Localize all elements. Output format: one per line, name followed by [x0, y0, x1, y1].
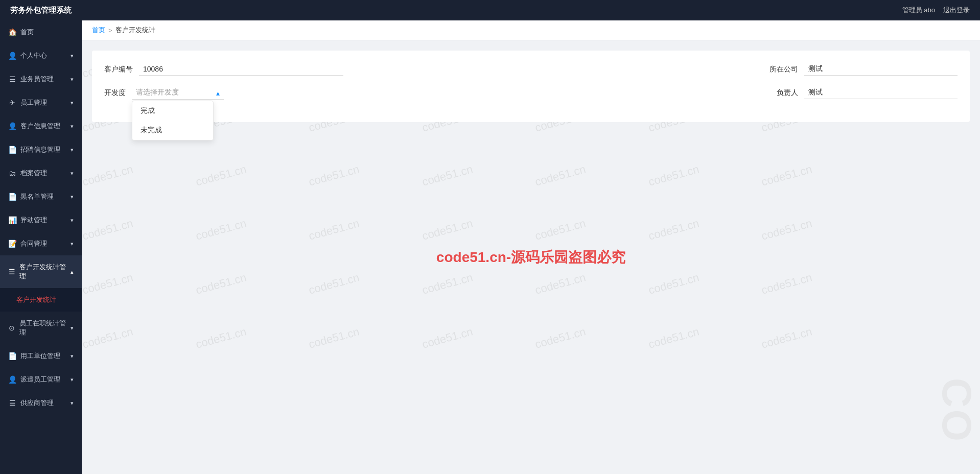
content-area: 首页 > 客户开发统计 code51.cn code51.cn code51.c…: [82, 20, 980, 474]
circle-icon: ⊙: [8, 324, 15, 332]
supplier-icon: ☰: [8, 399, 16, 407]
chevron-down-icon: ▾: [71, 100, 74, 106]
sidebar-item-customer-stats[interactable]: ☰ 客户开发统计管理 ▴: [0, 255, 82, 288]
chevron-down-icon: ▾: [71, 194, 74, 200]
breadcrumb-current: 客户开发统计: [115, 26, 155, 35]
watermark-text: code51.cn: [760, 217, 814, 243]
sidebar-item-customer-info[interactable]: 👤 客户信息管理 ▾: [0, 114, 82, 138]
sidebar-item-customer-dev-stats[interactable]: 客户开发统计: [0, 288, 82, 312]
chevron-down-icon: ▾: [71, 241, 74, 247]
chevron-down-icon: ▾: [71, 53, 74, 59]
sidebar-item-home[interactable]: 🏠 首页: [0, 20, 82, 44]
form-row-2: 开发度 请选择开发度 ▴ 完成 未完成: [104, 86, 958, 100]
anomaly-icon: 📊: [8, 216, 16, 224]
development-select[interactable]: 请选择开发度: [132, 86, 224, 100]
blacklist-icon: 📄: [8, 193, 16, 201]
form-row-1: 客户编号 所在公司: [104, 63, 958, 76]
watermark-text: code51.cn: [533, 271, 587, 297]
development-label: 开发度: [104, 88, 126, 98]
chevron-down-icon: ▾: [71, 353, 74, 360]
watermark-text: code51.cn: [194, 325, 248, 351]
sidebar-item-anomaly[interactable]: 📊 异动管理 ▾: [0, 208, 82, 232]
sidebar-item-personal[interactable]: 👤 个人中心 ▾: [0, 44, 82, 67]
watermark-text: code51.cn: [647, 325, 701, 351]
watermark-text: code51.cn: [647, 217, 701, 243]
page-content: code51.cn code51.cn code51.cn code51.cn …: [82, 40, 980, 474]
sidebar-item-employee-stats[interactable]: ⊙ 员工在职统计管理 ▾: [0, 312, 82, 344]
sidebar-item-label: 首页: [20, 28, 34, 37]
employer-icon: 📄: [8, 352, 16, 360]
dropdown-option-complete[interactable]: 完成: [132, 101, 213, 121]
watermark-text: code51.cn: [307, 217, 361, 243]
sidebar-item-dispatch[interactable]: 👤 派遣员工管理 ▾: [0, 368, 82, 391]
development-field: 开发度 请选择开发度 ▴ 完成 未完成: [104, 86, 224, 100]
sidebar-item-label: 招聘信息管理: [20, 145, 60, 154]
list-icon: ☰: [8, 75, 16, 83]
company-label: 所在公司: [769, 65, 798, 74]
watermark-text: code51.cn: [421, 271, 474, 297]
breadcrumb-separator: >: [108, 27, 112, 34]
sidebar-item-employer[interactable]: 📄 用工单位管理 ▾: [0, 344, 82, 368]
sidebar-item-label: 异动管理: [20, 216, 47, 225]
breadcrumb: 首页 > 客户开发统计: [82, 20, 980, 40]
watermark-text: code51.cn: [760, 271, 814, 297]
watermark-text: code51.cn: [421, 325, 474, 351]
watermark-text: code51.cn: [421, 162, 474, 188]
logout-button[interactable]: 退出登录: [943, 6, 970, 15]
chevron-down-icon: ▾: [71, 217, 74, 224]
watermark-text: code51.cn: [194, 162, 248, 188]
user-area: 管理员 abo 退出登录: [902, 6, 970, 15]
app-logo: 劳务外包管理系统: [10, 6, 72, 15]
sidebar-item-supplier[interactable]: ☰ 供应商管理 ▾: [0, 391, 82, 415]
chevron-down-icon: ▾: [71, 400, 74, 407]
person-icon: 👤: [8, 52, 16, 60]
sidebar-item-archive[interactable]: 🗂 档案管理 ▾: [0, 161, 82, 185]
customer-no-input[interactable]: [139, 63, 343, 76]
company-field: 所在公司: [769, 63, 958, 76]
sidebar-item-employee[interactable]: ✈ 员工管理 ▾: [0, 91, 82, 114]
sidebar: 🏠 首页 👤 个人中心 ▾ ☰ 业务员管理 ▾ ✈ 员工管理 ▾ 👤 客户信息管…: [0, 20, 82, 474]
recruiter-field: 负责人: [777, 86, 958, 99]
sidebar-sub-customer-stats: 客户开发统计: [0, 288, 82, 312]
chevron-down-icon: ▾: [71, 325, 74, 331]
sidebar-item-label: 档案管理: [20, 169, 47, 178]
sidebar-item-blacklist[interactable]: 📄 黑名单管理 ▾: [0, 185, 82, 208]
chevron-down-icon: ▾: [71, 170, 74, 177]
watermark-text: code51.cn: [647, 162, 701, 188]
home-icon: 🏠: [8, 28, 16, 36]
watermark-text: code51.cn: [533, 325, 587, 351]
watermark-text: code51.cn: [647, 271, 701, 297]
dispatch-icon: 👤: [8, 375, 16, 384]
sidebar-item-label: 个人中心: [20, 51, 47, 60]
watermark-text: code51.cn: [82, 217, 134, 243]
development-placeholder: 请选择开发度: [136, 88, 179, 97]
company-input[interactable]: [804, 63, 958, 76]
sidebar-item-label: 用工单位管理: [20, 351, 60, 361]
recruiter-input[interactable]: [804, 86, 958, 99]
sidebar-item-contract[interactable]: 📝 合同管理 ▾: [0, 232, 82, 255]
sidebar-item-label: 员工在职统计管理: [19, 319, 66, 337]
watermark-text: code51.cn: [760, 162, 814, 188]
form-card: 客户编号 所在公司 开发度 请选择开发度: [92, 51, 970, 122]
chevron-down-icon: ▾: [71, 76, 74, 83]
sidebar-item-label: 供应商管理: [20, 398, 54, 408]
sidebar-item-recruit[interactable]: 📄 招聘信息管理 ▾: [0, 138, 82, 161]
watermark-text: code51.cn: [307, 325, 361, 351]
watermark-text: code51.cn: [533, 162, 587, 188]
development-select-wrapper: 请选择开发度 ▴ 完成 未完成: [132, 86, 224, 100]
send-icon: ✈: [8, 99, 16, 107]
watermark-text: code51.cn: [194, 217, 248, 243]
sidebar-item-label: 业务员管理: [20, 75, 54, 84]
customer-no-label: 客户编号: [104, 65, 133, 74]
sidebar-item-salesman[interactable]: ☰ 业务员管理 ▾: [0, 67, 82, 91]
sidebar-item-label: 客户开发统计管理: [19, 263, 66, 281]
sidebar-item-label: 黑名单管理: [20, 192, 54, 201]
breadcrumb-home[interactable]: 首页: [92, 26, 105, 35]
watermark-text: code51.cn: [82, 325, 134, 351]
sidebar-item-label: 员工管理: [20, 98, 47, 107]
chevron-down-icon: ▾: [71, 123, 74, 130]
dropdown-option-incomplete[interactable]: 未完成: [132, 121, 213, 140]
chevron-down-icon: ▾: [71, 376, 74, 383]
watermark-text: code51.cn: [421, 217, 474, 243]
sidebar-subitem-label: 客户开发统计: [16, 295, 56, 304]
